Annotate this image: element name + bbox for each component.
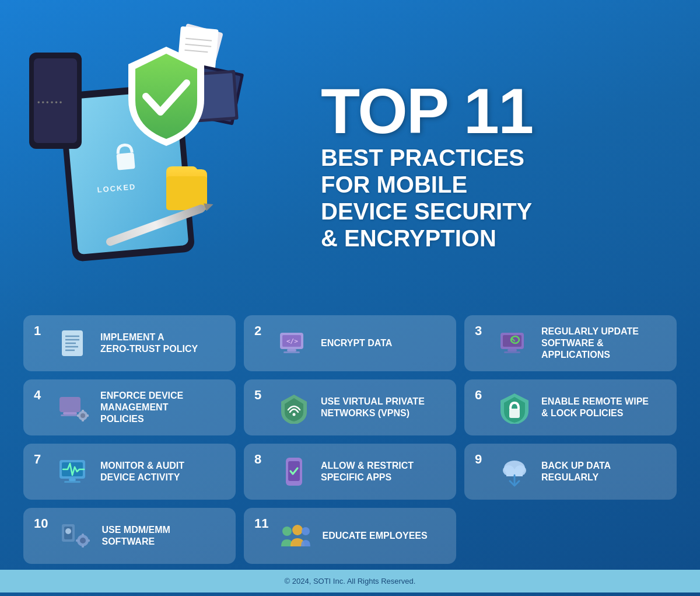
- card-icon-2: </>: [275, 325, 313, 362]
- card-10: 10 USE MDM/EMMSOFTWARE: [23, 508, 236, 564]
- svg-rect-44: [82, 419, 84, 421]
- header-section: LOCKED: [0, 0, 700, 309]
- title-line4: & ENCRYPTION: [321, 225, 496, 251]
- svg-point-42: [80, 413, 85, 418]
- svg-point-69: [282, 527, 292, 536]
- main-title-sub: BEST PRACTICES FOR MOBILE DEVICE SECURIT…: [321, 144, 665, 252]
- svg-rect-67: [87, 539, 90, 542]
- card-1: 1 IMPLEMENT AZERO-TRUST POLICY: [23, 315, 236, 371]
- svg-rect-65: [82, 545, 84, 548]
- card-8: 8 ALLOW & RESTRICTSPECIFIC APPS: [244, 444, 456, 500]
- card-text-5: USE VIRTUAL PRIVATENETWORKS (VPNS): [321, 396, 425, 419]
- card-5: 5 USE VIRTUAL PRIVATENETWORKS (VPNS): [244, 379, 456, 435]
- svg-text:••••••: ••••••: [37, 98, 64, 107]
- svg-rect-64: [82, 534, 84, 536]
- card-4: 4 ENFORCE DEVICEMANAGEMENTPOLICIES: [23, 379, 236, 435]
- card-number-10: 10: [34, 517, 48, 530]
- card-icon-9: [496, 453, 533, 490]
- svg-point-63: [80, 538, 86, 543]
- card-text-8: ALLOW & RESTRICTSPECIFIC APPS: [321, 460, 414, 483]
- svg-rect-36: [508, 349, 517, 351]
- card-icon-10: [56, 517, 93, 555]
- card-text-9: BACK UP DATAREGULARLY: [541, 460, 611, 483]
- footer: © 2024, SOTI Inc. All Rights Reserved.: [0, 570, 700, 592]
- main-container: LOCKED: [0, 0, 700, 596]
- svg-rect-32: [287, 349, 296, 351]
- hero-illustration: LOCKED: [18, 18, 298, 298]
- card-number-6: 6: [475, 389, 488, 402]
- card-text-10: USE MDM/EMMSOFTWARE: [102, 524, 170, 548]
- card-number-9: 9: [475, 453, 488, 466]
- card-7: 7 MONITOR & AUDITDEVICE ACTIVITY: [23, 444, 236, 500]
- svg-rect-48: [509, 409, 520, 418]
- card-icon-7: [55, 453, 92, 490]
- main-title-top: TOP 11: [321, 82, 665, 140]
- svg-rect-33: [284, 351, 300, 353]
- card-number-2: 2: [254, 325, 267, 337]
- card-text-4: ENFORCE DEVICEMANAGEMENTPOLICIES: [100, 390, 183, 425]
- svg-point-71: [302, 527, 310, 535]
- card-number-5: 5: [254, 389, 267, 402]
- card-2: 2 </> ENCRYPT DATA: [244, 315, 456, 371]
- svg-text:</>: </>: [286, 337, 298, 345]
- svg-rect-45: [77, 414, 79, 417]
- footer-text: © 2024, SOTI Inc. All Rights Reserved.: [285, 577, 416, 585]
- card-text-1: IMPLEMENT AZERO-TRUST POLICY: [100, 332, 198, 355]
- card-text-2: ENCRYPT DATA: [321, 337, 392, 349]
- svg-rect-43: [82, 410, 84, 412]
- card-icon-5: [275, 389, 313, 426]
- card-icon-8: [275, 453, 313, 490]
- svg-point-68: [65, 528, 71, 534]
- card-text-3: REGULARLY UPDATESOFTWARE &APPLICATIONS: [541, 326, 639, 361]
- title-line1: BEST PRACTICES: [321, 145, 524, 170]
- card-number-11: 11: [254, 517, 268, 530]
- title-line3: DEVICE SECURITY: [321, 198, 532, 224]
- card-text-6: ENABLE REMOTE WIPE& LOCK POLICIES: [541, 396, 649, 419]
- card-icon-6: [496, 389, 533, 426]
- svg-rect-52: [64, 481, 80, 483]
- cards-grid: 1 IMPLEMENT AZERO-TRUST POLICY 2: [0, 309, 700, 570]
- card-9: 9 BACK UP DATAREGULARLY: [464, 444, 677, 500]
- card-icon-1: [55, 325, 92, 362]
- title-section: TOP 11 BEST PRACTICES FOR MOBILE DEVICE …: [298, 64, 665, 252]
- card-number-8: 8: [254, 453, 267, 466]
- svg-rect-66: [76, 539, 79, 542]
- card-6: 6 ENABLE REMOTE WIPE& LOCK POLICIES: [464, 379, 677, 435]
- svg-rect-2: [116, 152, 135, 170]
- svg-rect-37: [504, 351, 520, 353]
- svg-rect-51: [69, 479, 76, 481]
- card-11: 11 EDUCATE EMPLOYEES: [244, 508, 456, 564]
- card-text-7: MONITOR & AUDITDEVICE ACTIVITY: [100, 460, 184, 483]
- svg-point-47: [293, 413, 296, 416]
- svg-rect-40: [61, 414, 79, 416]
- svg-rect-38: [60, 397, 80, 412]
- card-number-7: 7: [34, 453, 47, 466]
- svg-rect-46: [86, 414, 89, 417]
- card-number-4: 4: [34, 389, 47, 402]
- card-text-11: EDUCATE EMPLOYEES: [322, 530, 427, 542]
- card-3: 3 REGULARLY UPDATESOFTWARE &APPLICATIONS: [464, 315, 677, 371]
- card-icon-3: [496, 325, 533, 362]
- card-number-1: 1: [34, 325, 47, 337]
- svg-rect-39: [63, 412, 77, 414]
- card-icon-11: [276, 517, 314, 555]
- card-number-3: 3: [475, 325, 488, 337]
- card-icon-4: [55, 389, 92, 426]
- svg-point-70: [292, 525, 303, 535]
- title-line2: FOR MOBILE: [321, 172, 467, 197]
